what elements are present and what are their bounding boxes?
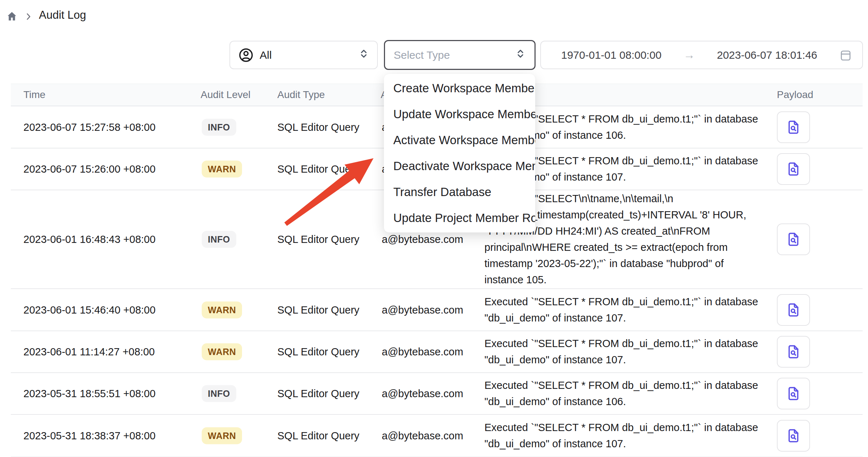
date-range-end[interactable]: 2023-06-07 18:01:46 (717, 49, 817, 61)
menu-item-activate-workspace-member[interactable]: Activate Workspace Member (384, 127, 535, 153)
cell-actor: a@bytebase.com (382, 388, 463, 400)
status-badge: WARN (202, 161, 242, 178)
cell-time: 2023-05-31 18:38:37 +08:00 (23, 430, 156, 442)
table-row: 2023-05-31 18:55:51 +08:00 INFO SQL Edit… (11, 373, 863, 415)
cell-actor: a@bytebase.com (382, 234, 463, 245)
menu-item-update-project-member[interactable]: Update Project Member Role (384, 205, 535, 231)
view-payload-button[interactable] (777, 336, 810, 368)
cell-audit-type: SQL Editor Query (277, 163, 359, 175)
cell-time: 2023-05-31 18:55:51 +08:00 (23, 388, 156, 400)
table-row: 2023-06-01 15:46:40 +08:00 WARN SQL Edit… (11, 289, 863, 331)
status-badge: INFO (202, 231, 236, 248)
menu-item-deactivate-workspace-member[interactable]: Deactivate Workspace Member (384, 153, 535, 179)
status-badge: WARN (202, 301, 242, 318)
chevron-updown-icon (358, 48, 369, 62)
cell-time: 2023-06-07 15:27:58 +08:00 (23, 121, 156, 133)
status-badge: WARN (202, 343, 242, 360)
view-payload-button[interactable] (777, 294, 810, 326)
type-filter-select[interactable]: Select Type (384, 40, 536, 70)
cell-comment: Executed `"SELECT * FROM db_ui_demo.t1;"… (484, 294, 765, 326)
cell-time: 2023-06-01 15:46:40 +08:00 (23, 304, 156, 316)
date-range-start[interactable]: 1970-01-01 08:00:00 (561, 49, 662, 61)
col-header-payload: Payload (777, 89, 813, 101)
cell-audit-type: SQL Editor Query (277, 234, 359, 245)
cell-audit-type: SQL Editor Query (277, 121, 359, 133)
table-row: 2023-06-01 11:14:27 +08:00 WARN SQL Edit… (11, 331, 863, 373)
date-range-picker[interactable]: 1970-01-01 08:00:00 → 2023-06-07 18:01:4… (540, 41, 863, 69)
status-badge: INFO (202, 119, 236, 136)
actor-filter-value: All (260, 49, 272, 61)
menu-item-create-workspace-member[interactable]: Create Workspace Member (384, 75, 535, 101)
cell-actor: a@bytebase.com (382, 430, 463, 442)
breadcrumb: Audit Log (0, 0, 868, 32)
col-header-type: Audit Type (277, 89, 325, 101)
cell-audit-type: SQL Editor Query (277, 304, 359, 316)
view-payload-button[interactable] (777, 223, 810, 255)
cell-comment: Executed `"SELECT * FROM db_ui_demo.t1;"… (484, 336, 765, 368)
arrow-right-icon: → (684, 48, 695, 62)
home-icon[interactable] (6, 11, 17, 22)
menu-item-transfer-database[interactable]: Transfer Database (384, 179, 535, 205)
cell-actor: a@bytebase.com (382, 346, 463, 358)
cell-time: 2023-06-01 11:14:27 +08:00 (23, 346, 155, 358)
page-title[interactable]: Audit Log (39, 9, 86, 22)
view-payload-button[interactable] (777, 153, 810, 185)
cell-audit-type: SQL Editor Query (277, 346, 359, 358)
type-filter-placeholder: Select Type (394, 49, 450, 61)
menu-item-update-workspace-member[interactable]: Update Workspace Member (384, 101, 535, 127)
cell-time: 2023-06-01 16:48:43 +08:00 (23, 234, 156, 245)
cell-time: 2023-06-07 15:26:00 +08:00 (23, 163, 156, 175)
table-row: 2023-05-31 18:38:37 +08:00 WARN SQL Edit… (11, 415, 863, 457)
actor-filter-select[interactable]: All (229, 41, 378, 69)
calendar-icon[interactable] (839, 48, 852, 62)
cell-audit-type: SQL Editor Query (277, 388, 359, 400)
cell-comment: Executed `"SELECT * FROM db_ui_demo.t1;"… (484, 377, 765, 410)
col-header-level: Audit Level (201, 89, 251, 101)
cell-comment: Executed `"SELECT * FROM db_ui_demo.t1;"… (484, 420, 765, 452)
user-icon (238, 47, 254, 63)
col-header-time: Time (23, 89, 45, 101)
view-payload-button[interactable] (777, 420, 810, 452)
chevron-right-icon (24, 12, 33, 21)
view-payload-button[interactable] (777, 378, 810, 409)
cell-actor: a@bytebase.com (382, 304, 463, 316)
status-badge: INFO (202, 385, 236, 402)
view-payload-button[interactable] (777, 111, 810, 143)
status-badge: WARN (202, 427, 242, 444)
chevron-updown-icon (515, 48, 526, 62)
type-dropdown-menu: Create Workspace Member Update Workspace… (384, 74, 535, 232)
cell-audit-type: SQL Editor Query (277, 430, 359, 442)
